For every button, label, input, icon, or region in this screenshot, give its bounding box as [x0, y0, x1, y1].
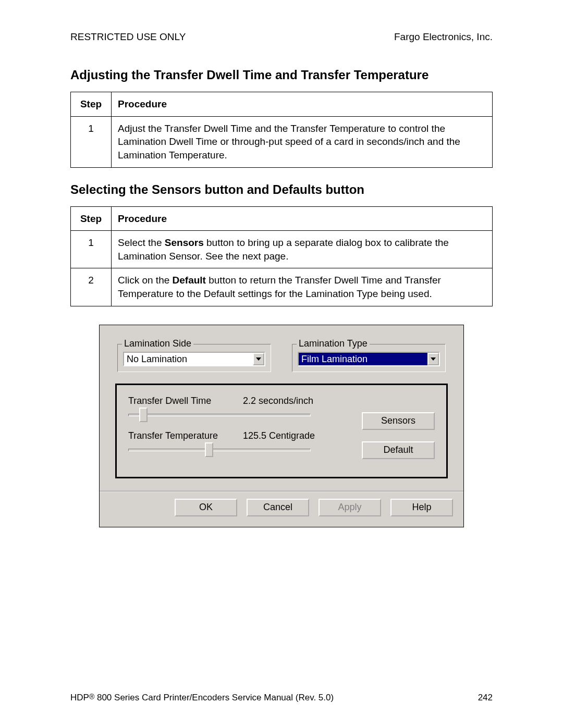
dwell-value: 2.2 seconds/inch — [243, 396, 352, 406]
page-number: 242 — [478, 693, 493, 703]
slider-track — [128, 414, 311, 416]
procedure-table-1: Step Procedure 1 Adjust the Transfer Dwe… — [70, 92, 493, 168]
section-heading-2: Selecting the Sensors button and Default… — [70, 182, 493, 197]
lamination-type-combo[interactable]: Film Lamination — [298, 352, 440, 366]
lamination-type-group: Lamination Type Film Lamination — [292, 344, 446, 372]
footer-left: HDP® 800 Series Card Printer/Encoders Se… — [70, 693, 334, 703]
section-heading-1: Adjusting the Transfer Dwell Time and Tr… — [70, 68, 493, 82]
step-number: 1 — [71, 231, 112, 268]
page-header: RESTRICTED USE ONLY Fargo Electronics, I… — [70, 31, 493, 43]
step-number: 2 — [71, 268, 112, 306]
lamination-dialog: Lamination Side No Lamination Lamination… — [99, 325, 464, 527]
step-text: Adjust the Transfer Dwell Time and the T… — [112, 116, 493, 167]
group-legend: Lamination Side — [122, 338, 193, 349]
page-footer: HDP® 800 Series Card Printer/Encoders Se… — [70, 693, 493, 703]
svg-marker-0 — [256, 357, 261, 361]
header-left: RESTRICTED USE ONLY — [70, 31, 186, 43]
temp-slider[interactable] — [128, 445, 311, 456]
table-row: 2 Click on the Default button to return … — [71, 268, 493, 306]
group-legend: Lamination Type — [297, 338, 370, 349]
step-text: Click on the Default button to return th… — [112, 268, 493, 306]
step-text: Select the Sensors button to bring up a … — [112, 231, 493, 268]
sensors-button[interactable]: Sensors — [362, 412, 435, 430]
procedure-table-2: Step Procedure 1 Select the Sensors butt… — [70, 206, 493, 306]
header-right: Fargo Electronics, Inc. — [394, 31, 493, 43]
table-row: 1 Adjust the Transfer Dwell Time and the… — [71, 116, 493, 167]
slider-thumb[interactable] — [139, 408, 148, 422]
col-procedure: Procedure — [112, 206, 493, 231]
apply-button[interactable]: Apply — [319, 499, 381, 516]
ok-button[interactable]: OK — [175, 499, 237, 516]
col-procedure: Procedure — [112, 92, 493, 117]
svg-marker-1 — [431, 357, 436, 361]
slider-thumb[interactable] — [205, 442, 213, 457]
lamination-side-group: Lamination Side No Lamination — [117, 344, 271, 372]
temp-value: 125.5 Centigrade — [243, 430, 352, 441]
col-step: Step — [71, 92, 112, 117]
lamination-side-combo[interactable]: No Lamination — [123, 352, 265, 366]
chevron-down-icon[interactable] — [427, 353, 439, 365]
temp-label: Transfer Temperature — [128, 430, 227, 441]
step-number: 1 — [71, 116, 112, 167]
dialog-button-row: OK Cancel Apply Help — [100, 491, 463, 527]
combo-value: Film Lamination — [299, 353, 427, 365]
dwell-label: Transfer Dwell Time — [128, 396, 227, 406]
cancel-button[interactable]: Cancel — [247, 499, 309, 516]
combo-value: No Lamination — [124, 353, 253, 365]
chevron-down-icon[interactable] — [253, 353, 264, 365]
help-button[interactable]: Help — [390, 499, 453, 516]
transfer-frame: Transfer Dwell Time 2.2 seconds/inch Tra… — [115, 384, 448, 478]
default-button[interactable]: Default — [362, 441, 435, 459]
dwell-slider[interactable] — [128, 410, 311, 421]
slider-track — [128, 449, 311, 451]
table-row: 1 Select the Sensors button to bring up … — [71, 231, 493, 268]
col-step: Step — [71, 206, 112, 231]
